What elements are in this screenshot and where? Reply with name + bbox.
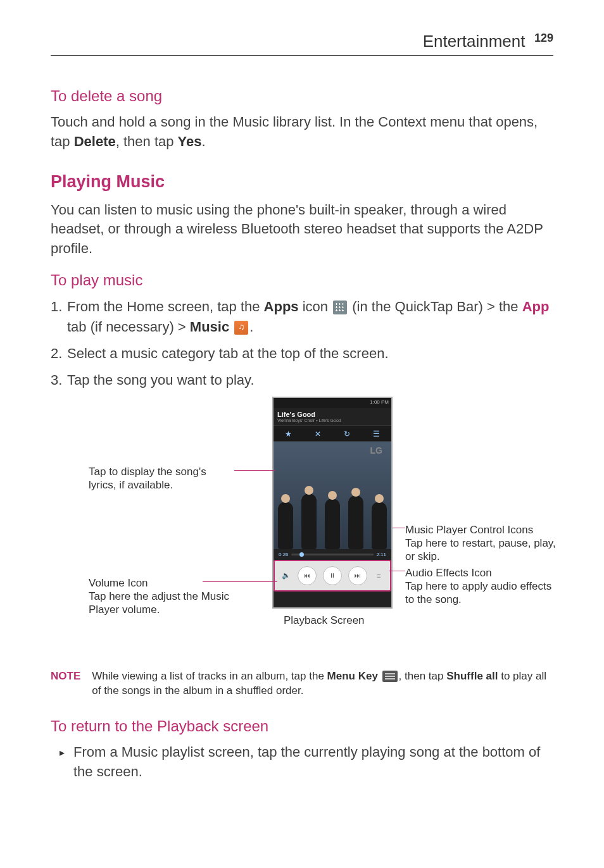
callout-title: Audio Effects Icon	[405, 566, 563, 580]
return-bullet: From a Music playlist screen, tap the cu…	[51, 743, 553, 782]
volume-button[interactable]: 🔈	[280, 570, 292, 581]
next-button[interactable]: ⏭	[348, 566, 367, 585]
text: .	[202, 133, 206, 149]
menu-key-word: Menu Key	[327, 670, 378, 682]
text: , then tap	[399, 670, 447, 682]
song-title: Life's Good	[277, 411, 387, 418]
callout-title: Volume Icon	[89, 576, 241, 590]
step-3: Tap the song you want to play.	[51, 370, 553, 390]
step-2: Select a music category tab at the top o…	[51, 344, 553, 364]
text: tab (if necessary) >	[67, 319, 190, 335]
callout-controls: Music Player Control Icons Tap here to r…	[405, 523, 563, 564]
progress-bar[interactable]: 0:26 2:11	[274, 549, 391, 560]
apps-word: Apps	[264, 299, 299, 314]
album-art[interactable]: LG	[274, 442, 391, 549]
heading-return-playback: To return to the Playback screen	[51, 717, 553, 735]
effects-button[interactable]: ≡	[373, 570, 384, 581]
callout-title: Music Player Control Icons	[405, 523, 563, 536]
figure	[372, 502, 387, 549]
callout-lyrics: Tap to display the song's lyrics, if ava…	[89, 465, 234, 492]
song-artist: Vienna Boys' Choir • Life's Good	[277, 418, 387, 423]
phone-screenshot: 1:00 PM Life's Good Vienna Boys' Choir •…	[272, 397, 393, 609]
steps-list: From the Home screen, tap the Apps icon …	[51, 297, 553, 390]
progress-track[interactable]	[291, 554, 374, 555]
return-bullet-list: From a Music playlist screen, tap the cu…	[51, 743, 553, 782]
callout-text: Tap to display the song's lyrics, if ava…	[89, 466, 206, 491]
time-current: 0:26	[279, 552, 289, 557]
text: , then tap	[116, 133, 178, 149]
callout-body: Tap here to apply audio effects to the s…	[405, 580, 563, 607]
play-pause-button[interactable]: ⏸	[323, 566, 342, 585]
time-total: 2:11	[376, 552, 386, 557]
music-word: Music	[190, 319, 229, 335]
shuffle-all-word: Shuffle all	[446, 670, 498, 682]
album-figures	[274, 480, 391, 549]
step-1: From the Home screen, tap the Apps icon …	[51, 297, 553, 337]
tab-shuffle[interactable]: ✕	[303, 426, 333, 441]
note-label: NOTE	[51, 669, 80, 699]
apps-icon	[333, 301, 347, 314]
text: From the Home screen, tap the	[67, 299, 264, 314]
delete-word: Delete	[74, 133, 116, 149]
heading-delete-song: To delete a song	[51, 87, 553, 105]
heading-playing-music: Playing Music	[51, 172, 553, 192]
callout-line	[393, 528, 405, 528]
figure	[348, 495, 363, 549]
heading-to-play: To play music	[51, 271, 553, 289]
text: .	[249, 319, 253, 335]
yes-word: Yes	[178, 133, 202, 149]
phone-tabs: ★ ✕ ↻ ☰	[274, 425, 391, 442]
note-text: While viewing a list of tracks in an alb…	[92, 669, 553, 699]
playback-screen-label: Playback Screen	[284, 614, 365, 627]
figure	[325, 499, 340, 549]
tab-queue[interactable]: ☰	[362, 426, 392, 441]
player-controls: 🔈 ⏮ ⏸ ⏭ ≡	[274, 560, 391, 592]
playback-diagram: 1:00 PM Life's Good Vienna Boys' Choir •…	[51, 397, 553, 650]
menu-key-icon	[382, 671, 398, 682]
tab-repeat[interactable]: ↻	[332, 426, 362, 441]
playing-music-text: You can listen to music using the phone'…	[51, 201, 553, 259]
callout-line	[389, 571, 405, 571]
app-tab-word: App	[522, 299, 550, 314]
lg-logo: LG	[370, 445, 382, 456]
tab-favorite[interactable]: ★	[274, 426, 303, 441]
status-time: 1:00 PM	[370, 399, 389, 405]
delete-song-text: Touch and hold a song in the Music libra…	[51, 113, 553, 152]
text: While viewing a list of tracks in an alb…	[92, 670, 327, 682]
figure	[278, 502, 293, 549]
figure	[301, 493, 317, 549]
callout-effects: Audio Effects Icon Tap here to apply aud…	[405, 566, 563, 607]
music-icon	[234, 321, 248, 335]
note-block: NOTE While viewing a list of tracks in a…	[51, 669, 553, 699]
callout-body: Tap here the adjust the Music Player vol…	[89, 590, 241, 617]
callout-volume: Volume Icon Tap here the adjust the Musi…	[89, 576, 241, 617]
text: icon	[299, 299, 332, 314]
status-bar: 1:00 PM	[274, 398, 391, 408]
page-header: Entertainment 129	[51, 32, 553, 56]
text: (in the QuickTap Bar) > the	[348, 299, 522, 314]
callout-line	[203, 581, 277, 582]
prev-button[interactable]: ⏮	[298, 566, 317, 585]
callout-body: Tap here to restart, pause, play, or ski…	[405, 536, 563, 564]
phone-header: Life's Good Vienna Boys' Choir • Life's …	[274, 408, 391, 425]
callout-line	[234, 470, 275, 471]
section-title: Entertainment	[423, 32, 525, 51]
page-number: 129	[534, 32, 553, 44]
